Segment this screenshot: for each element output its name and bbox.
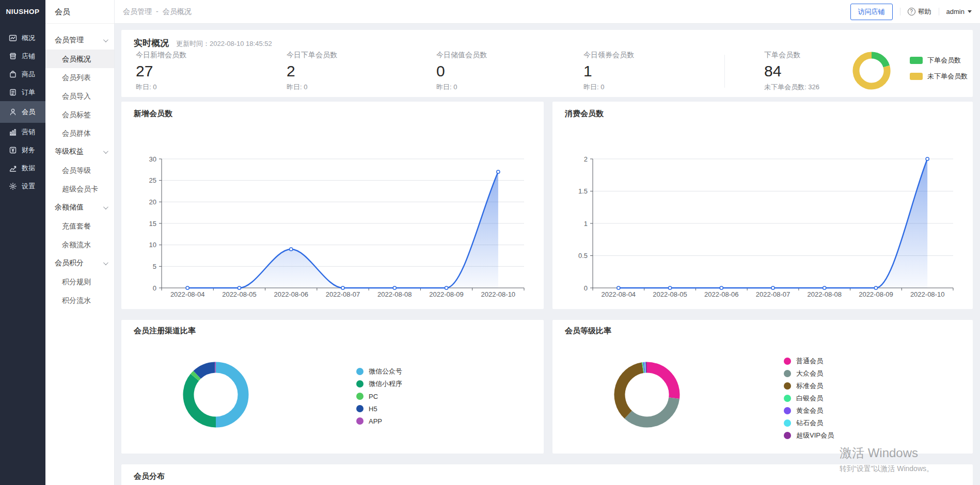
legend-swatch (784, 395, 791, 402)
chevron-down-icon (103, 204, 108, 209)
legend-label: 白银会员 (796, 394, 823, 403)
card-title-register-channel: 会员注册渠道比率 (134, 326, 196, 336)
legend-item[interactable]: 大众会员 (784, 367, 834, 380)
legend-label: 下单会员数 (927, 56, 961, 65)
legend-item[interactable]: 黄金会员 (784, 405, 834, 417)
overview-icon (9, 34, 17, 42)
breadcrumb-member-manage[interactable]: 会员管理 (123, 7, 152, 17)
svg-text:25: 25 (149, 176, 156, 184)
visit-shop-button[interactable]: 访问店铺 (850, 4, 893, 20)
user-menu[interactable]: admin (946, 8, 972, 15)
sidebar-item-shop[interactable]: 店铺 (0, 47, 45, 65)
legend-item[interactable]: PC (356, 390, 402, 402)
legend-swatch (784, 432, 791, 439)
subnav-group-member-manage[interactable]: 会员管理 (45, 31, 114, 50)
sidebar-item-goods[interactable]: 商品 (0, 65, 45, 83)
legend-label: 超级VIP会员 (796, 431, 834, 440)
svg-text:20: 20 (149, 198, 156, 206)
subnav-item-member-import[interactable]: 会员导入 (45, 87, 114, 105)
update-time: 更新时间：2022-08-10 18:45:52 (176, 39, 272, 48)
member-level-donut-chart (608, 356, 686, 433)
card-title-member-level: 会员等级比率 (565, 326, 611, 336)
legend-label: H5 (369, 405, 377, 413)
svg-text:2022-08-07: 2022-08-07 (756, 290, 791, 298)
divider (939, 8, 939, 15)
sidebar-item-orders[interactable]: 订单 (0, 83, 45, 101)
legend-label: 普通会员 (796, 357, 823, 366)
legend-label: 黄金会员 (796, 406, 823, 415)
svg-text:1.5: 1.5 (578, 187, 588, 195)
legend-swatch (784, 382, 791, 390)
svg-text:1: 1 (584, 220, 588, 228)
sub-sidebar: 会员 会员管理 会员概况 会员列表 会员导入 会员标签 会员群体 等级权益 会员… (45, 0, 115, 485)
app-window: NIUSHOP 概况 店铺 商品 订单 会员 (0, 0, 980, 485)
caret-down-icon (968, 10, 972, 13)
legend-item[interactable]: 超级VIP会员 (784, 429, 834, 442)
sidebar-item-finance[interactable]: 财务 (0, 141, 45, 159)
legend-item[interactable]: 微信公众号 (356, 365, 402, 378)
svg-text:2022-08-04: 2022-08-04 (602, 290, 636, 298)
main-nav: 概况 店铺 商品 订单 会员 营销 (0, 24, 45, 195)
card-title-member-distribution: 会员分布 (134, 472, 165, 481)
svg-text:0: 0 (153, 284, 156, 292)
help-button[interactable]: ? 帮助 (908, 7, 931, 17)
order-donut-legend: 下单会员数 未下单会员数 (910, 56, 968, 81)
subnav-group-points[interactable]: 会员积分 (45, 254, 114, 272)
svg-text:10: 10 (149, 241, 156, 249)
member-level-card: 会员等级比率 普通会员 大众会员 标准会员 白银会员 黄金会员 钻石会员 超级V… (552, 320, 973, 454)
sidebar-item-data[interactable]: 数据 (0, 159, 45, 177)
svg-text:15: 15 (149, 220, 156, 228)
member-level-legend: 普通会员 大众会员 标准会员 白银会员 黄金会员 钻石会员 超级VIP会员 (784, 355, 834, 442)
divider (724, 55, 725, 88)
legend-swatch (784, 419, 791, 427)
svg-text:2022-08-05: 2022-08-05 (653, 290, 687, 298)
subnav-item-member-tags[interactable]: 会员标签 (45, 105, 114, 124)
svg-text:2022-08-10: 2022-08-10 (481, 290, 516, 298)
subnav-item-member-level[interactable]: 会员等级 (45, 161, 114, 180)
subnav-item-points-rules[interactable]: 积分规则 (45, 272, 114, 291)
subnav-item-points-flow[interactable]: 积分流水 (45, 291, 114, 310)
subnav-item-balance-flow[interactable]: 余额流水 (45, 235, 114, 254)
shop-icon (9, 52, 17, 60)
legend-swatch (356, 380, 363, 387)
register-channel-legend: 微信公众号 微信小程序 PC H5 APP (356, 365, 402, 427)
legend-item[interactable]: APP (356, 415, 402, 427)
subnav-item-member-overview[interactable]: 会员概况 (45, 50, 114, 68)
card-title-consume-members: 消费会员数 (565, 109, 604, 119)
main-sidebar: NIUSHOP 概况 店铺 商品 订单 会员 (0, 0, 45, 485)
legend-item[interactable]: 白银会员 (784, 392, 834, 405)
sidebar-item-overview[interactable]: 概况 (0, 29, 45, 47)
legend-swatch (356, 393, 363, 400)
sidebar-item-settings[interactable]: 设置 (0, 177, 45, 195)
subnav-item-member-groups[interactable]: 会员群体 (45, 124, 114, 142)
member-distribution-card: 会员分布 (121, 464, 973, 485)
legend-item[interactable]: 标准会员 (784, 380, 834, 392)
main-content: 实时概况 更新时间：2022-08-10 18:45:52 今日新增会员数 27… (115, 24, 980, 485)
chevron-down-icon (103, 149, 108, 154)
sub-sidebar-title: 会员 (45, 0, 114, 24)
settings-icon (9, 182, 17, 190)
subnav-item-recharge-package[interactable]: 充值套餐 (45, 217, 114, 235)
subnav-item-super-member-card[interactable]: 超级会员卡 (45, 180, 114, 198)
legend-item[interactable]: 钻石会员 (784, 417, 834, 429)
svg-text:30: 30 (149, 155, 156, 163)
svg-text:2022-08-09: 2022-08-09 (859, 290, 893, 298)
subnav-group-level-rights[interactable]: 等级权益 (45, 142, 114, 161)
data-icon (9, 164, 17, 172)
legend-item[interactable]: 普通会员 (784, 355, 834, 367)
sidebar-item-marketing[interactable]: 营销 (0, 123, 45, 141)
subnav-item-member-list[interactable]: 会员列表 (45, 68, 114, 87)
breadcrumb-member-overview[interactable]: 会员概况 (163, 7, 192, 17)
legend-swatch (784, 370, 791, 377)
legend-item[interactable]: 下单会员数 (910, 56, 968, 65)
legend-label: 微信公众号 (369, 367, 402, 376)
legend-item[interactable]: 未下单会员数 (910, 72, 968, 81)
register-channel-card: 会员注册渠道比率 微信公众号 微信小程序 PC H5 APP (121, 320, 544, 454)
legend-item[interactable]: H5 (356, 402, 402, 415)
svg-text:0.5: 0.5 (578, 252, 588, 260)
subnav-group-balance[interactable]: 余额储值 (45, 198, 114, 217)
legend-item[interactable]: 微信小程序 (356, 378, 402, 390)
sidebar-item-member[interactable]: 会员 (0, 101, 45, 123)
app-logo: NIUSHOP (0, 0, 45, 24)
legend-swatch (910, 73, 923, 80)
